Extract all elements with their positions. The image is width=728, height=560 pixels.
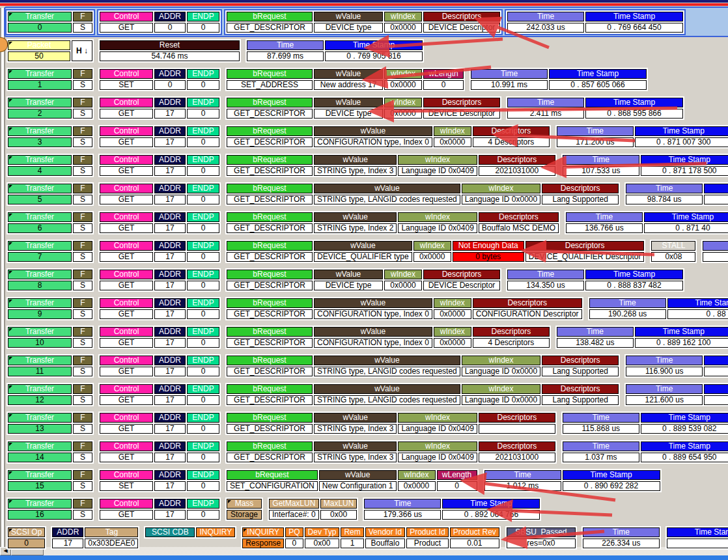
transfer-row-11-group-1: ControlADDRENDPGET170 — [98, 354, 221, 378]
cell-value-desc: Lang Supported — [542, 395, 619, 405]
col-header-ts: Time Stamp — [585, 270, 683, 279]
cell-value-reset: 54.746 ms — [100, 51, 240, 61]
cell-value-ts: 0 . 769 664 450 — [585, 23, 683, 33]
col-header-time: Time — [563, 441, 639, 451]
transfer-row-2[interactable]: TransferF2SControlADDRENDPGET170bRequest… — [7, 96, 684, 120]
col-header-time: Time — [507, 98, 584, 107]
col-header-desc: Descriptors — [423, 12, 500, 21]
cell-value-tan: 0x303DEAE0 — [85, 539, 138, 548]
cell-value-desc: 4 Descriptors — [473, 137, 550, 147]
transfer-row-11[interactable]: TransferF11SControlADDRENDPGET170bReques… — [7, 354, 728, 378]
col-header-tan: GetMaxLUN — [269, 499, 319, 509]
col-header-desc: Descriptors — [479, 413, 555, 423]
cell-value-wval: STRING type, LANGID codes requested — [314, 395, 460, 405]
transfer-row-13[interactable]: TransferF13SControlADDRENDPGET170bReques… — [7, 412, 728, 435]
col-header-f: F — [73, 356, 92, 365]
col-header-desc: Descriptors — [473, 327, 550, 337]
col-header-wlen: wLength — [423, 69, 464, 79]
cell-value-ts: 0 . 868 595 866 — [585, 109, 683, 119]
col-header-transfer: Transfer — [8, 270, 72, 279]
transfer-row-8-group-1: ControlADDRENDPGET170 — [98, 268, 221, 292]
col-header-ts: Time Stamp — [442, 499, 540, 509]
cell-value-f: S — [73, 453, 92, 462]
transfer-row-16[interactable]: TransferF16SControlADDRENDPGET170MassSto… — [7, 497, 541, 521]
cell-value-addr: 0 — [154, 80, 186, 90]
col-header-stall: STALL — [651, 241, 695, 251]
col-header-transfer: Transfer — [8, 155, 72, 165]
cell-value-breq: GET_DESCRIPTOR — [227, 281, 313, 290]
transfer-row-12-group-1: ControlADDRENDPGET170 — [98, 383, 221, 406]
transfer-row-9[interactable]: TransferF9SControlADDRENDPGET170bRequest… — [7, 297, 728, 320]
cell-value-breq: GET_DESCRIPTOR — [227, 338, 313, 348]
col-header-desc: Descriptors — [542, 184, 619, 193]
transfer-row-4[interactable]: TransferF4SControlADDRENDPGET170bRequest… — [7, 154, 728, 177]
col-header-breq: bRequest — [227, 69, 313, 79]
cell-value-time: 1.037 ms — [563, 453, 639, 462]
col-header-addr: ADDR — [154, 69, 186, 79]
cell-value-desc: Lang Supported — [542, 195, 619, 204]
transfer-row-15[interactable]: TransferF15SControlADDRENDPSET170bReques… — [7, 469, 662, 492]
cell-value-transfer: 15 — [8, 481, 72, 491]
cell-value-endp: 0 — [187, 195, 219, 204]
packet-row-50-group-1: Reset54.746 ms — [98, 39, 241, 63]
transfer-row-3-group-1: ControlADDRENDPGET170 — [98, 125, 221, 148]
transfer-row-6[interactable]: TransferF6SControlADDRENDPGET170bRequest… — [7, 211, 728, 234]
col-header-control: Control — [100, 270, 153, 279]
col-header-ts: Time Stamp — [641, 413, 728, 423]
transfer-row-14-group-1: ControlADDRENDPGET170 — [98, 440, 221, 464]
col-header-control: Control — [100, 384, 153, 394]
cell-value-endp: 0 — [187, 137, 219, 147]
cell-value-ts: 0 . 871 178 500 — [641, 166, 728, 176]
transfer-row-10[interactable]: TransferF10SControlADDRENDPGET170bReques… — [7, 326, 728, 349]
cell-value-f: S — [73, 367, 92, 376]
col-header-endp: ENDP — [187, 126, 219, 136]
transfer-row-0[interactable]: TransferF0SControlADDRENDPGET00bRequestw… — [7, 10, 684, 34]
transfer-row-1[interactable]: TransferF1SControlADDRENDPSET00bRequestw… — [7, 68, 648, 91]
cell-value-time: 138.482 us — [557, 338, 634, 348]
transfer-row-1-group-2: bRequestwValuewIndexwLengthSET_ADDRESSNe… — [225, 68, 465, 91]
col-header-ts: Time Stamp — [549, 69, 647, 79]
cell-value-time: 242.033 us — [507, 23, 584, 33]
cell-value-control: GET — [100, 395, 153, 405]
cell-value-desc: Lang Supported — [542, 367, 619, 376]
cell-value-desc: CONFIGURATION Descriptor — [473, 309, 582, 319]
col-header-tan: MaxLUN — [320, 499, 357, 509]
transfer-row-14[interactable]: TransferF14SControlADDRENDPGET170bReques… — [7, 440, 728, 464]
cell-value-wval: STRING type, Index 3 — [314, 453, 397, 462]
transfer-row-0-group-0: TransferF0S — [7, 10, 94, 34]
col-header-desc: Descriptors — [473, 298, 582, 308]
col-header-endp: ENDP — [187, 12, 219, 21]
col-header-control: Control — [100, 69, 153, 79]
cell-value-addr: 17 — [154, 223, 186, 233]
col-header-endp: ENDP — [187, 413, 219, 423]
cell-value-addr: 17 — [154, 453, 186, 462]
transfer-row-5[interactable]: TransferF5SControlADDRENDPGET170bRequest… — [7, 182, 728, 206]
cell-value-addr: 17 — [52, 539, 83, 548]
transfer-row-8[interactable]: TransferF8SControlADDRENDPGET170bRequest… — [7, 268, 684, 292]
transfer-row-4-group-2: bRequestwValuewIndexDescriptorsGET_DESCR… — [225, 154, 557, 177]
cell-value-transfer: 13 — [8, 424, 72, 434]
cell-value-f: S — [73, 424, 92, 434]
transfer-row-7[interactable]: TransferF7SControlADDRENDPGET170bRequest… — [7, 240, 728, 263]
transfer-row-13-group-0: TransferF13S — [7, 412, 94, 435]
cell-value-f: S — [73, 137, 92, 147]
col-header-control: Control — [100, 470, 153, 480]
transfer-row-12-group-3: TimeTime Stamp121.600 us — [624, 383, 728, 406]
cell-value-ned: 0 bytes — [453, 252, 524, 262]
col-header-breq: bRequest — [227, 270, 313, 279]
col-header-endp: ENDP — [187, 184, 219, 193]
cell-value-transfer: 11 — [8, 367, 72, 376]
col-header-desc: Descriptors — [479, 212, 559, 222]
scsi-op-row-0[interactable]: SCSI Op0ADDRTag170x303DEAE0SCSI CDBINQUI… — [7, 526, 728, 550]
transfer-row-12[interactable]: TransferF12SControlADDRENDPGET170bReques… — [7, 383, 728, 406]
cell-value-widx: 0x0000 — [398, 481, 436, 491]
transfer-row-12-group-0: TransferF12S — [7, 383, 94, 406]
col-header-addr: ADDR — [154, 98, 186, 107]
col-header-f: F — [73, 12, 92, 21]
cell-value-f: S — [73, 23, 92, 33]
transfer-row-5-group-2: bRequestwValuewIndexDescriptorsGET_DESCR… — [225, 182, 620, 206]
transfer-row-3[interactable]: TransferF3SControlADDRENDPGET170bRequest… — [7, 125, 728, 148]
cell-value-widx: 0x0000 — [384, 281, 422, 290]
packet-row-50[interactable]: PacketH ↓50Reset54.746 msTimeTime Stamp8… — [7, 39, 424, 63]
cell-value-transfer: 16 — [8, 510, 72, 520]
